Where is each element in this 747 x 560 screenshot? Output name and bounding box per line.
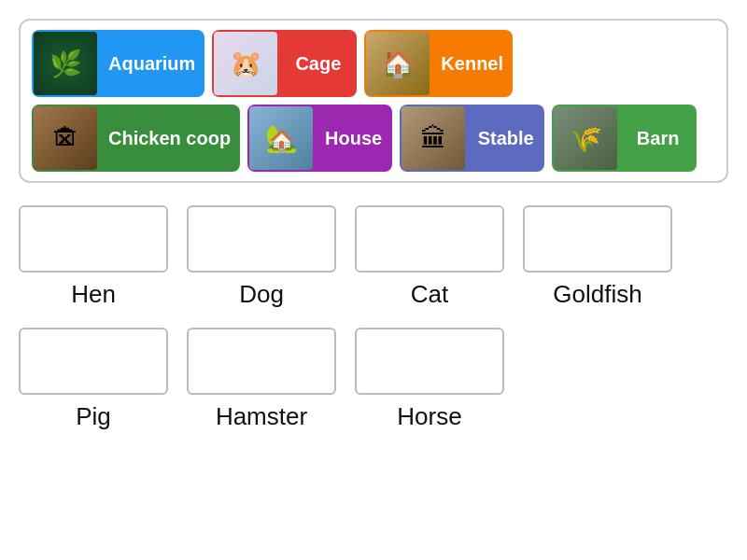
drop-label-horse: Horse bbox=[397, 402, 461, 431]
drop-label-hamster: Hamster bbox=[216, 402, 307, 431]
answer-bank: 🌿 Aquarium 🐹 Cage 🏠 Kennel 🏚 Chicken coo… bbox=[19, 19, 728, 183]
drop-item-dog: Dog bbox=[187, 205, 336, 309]
tile-kennel[interactable]: 🏠 Kennel bbox=[364, 30, 513, 97]
drop-item-horse: Horse bbox=[355, 328, 504, 431]
drop-label-goldfish: Goldfish bbox=[553, 280, 641, 309]
drop-section: Hen Dog Cat Goldfish Pig Hamster Horse bbox=[19, 205, 728, 441]
drop-item-cat: Cat bbox=[355, 205, 504, 309]
drop-item-goldfish: Goldfish bbox=[523, 205, 672, 309]
tile-aquarium-label: Aquarium bbox=[99, 53, 204, 75]
tile-stable-label: Stable bbox=[467, 128, 544, 149]
tile-cage[interactable]: 🐹 Cage bbox=[212, 30, 357, 97]
drop-box-goldfish[interactable] bbox=[523, 205, 672, 273]
drop-label-hen: Hen bbox=[71, 280, 116, 309]
tile-house[interactable]: 🏡 House bbox=[247, 105, 392, 172]
tile-barn[interactable]: 🌾 Barn bbox=[552, 105, 697, 172]
tile-kennel-label: Kennel bbox=[431, 53, 513, 75]
tile-house-label: House bbox=[315, 128, 392, 149]
tile-chicken-coop[interactable]: 🏚 Chicken coop bbox=[32, 105, 240, 172]
drop-box-hen[interactable] bbox=[19, 205, 168, 273]
drop-item-hen: Hen bbox=[19, 205, 168, 309]
tile-barn-label: Barn bbox=[619, 128, 697, 149]
drop-row-2: Pig Hamster Horse bbox=[19, 328, 728, 431]
drop-box-dog[interactable] bbox=[187, 205, 336, 273]
drop-item-pig: Pig bbox=[19, 328, 168, 431]
tile-aquarium[interactable]: 🌿 Aquarium bbox=[32, 30, 204, 97]
drop-item-hamster: Hamster bbox=[187, 328, 336, 431]
drop-label-cat: Cat bbox=[411, 280, 448, 309]
drop-box-hamster[interactable] bbox=[187, 328, 336, 395]
drop-box-pig[interactable] bbox=[19, 328, 168, 395]
drop-label-pig: Pig bbox=[76, 402, 111, 431]
drop-box-horse[interactable] bbox=[355, 328, 504, 395]
drop-box-cat[interactable] bbox=[355, 205, 504, 273]
tile-chicken-coop-label: Chicken coop bbox=[99, 128, 240, 149]
tile-cage-label: Cage bbox=[279, 53, 357, 75]
drop-row-1: Hen Dog Cat Goldfish bbox=[19, 205, 728, 309]
tile-stable[interactable]: 🏛 Stable bbox=[400, 105, 544, 172]
drop-label-dog: Dog bbox=[239, 280, 284, 309]
